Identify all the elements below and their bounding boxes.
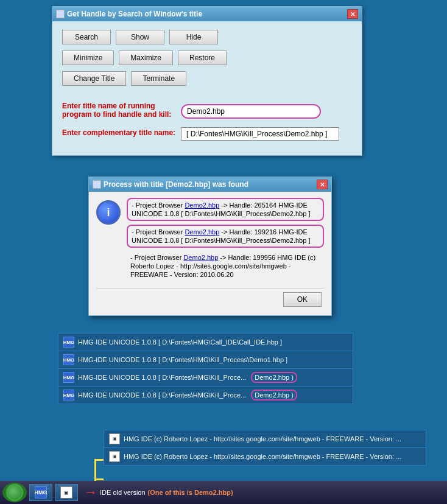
main-window-titlebar: Get Handle by Search of Window's title ✕ [52,7,362,21]
title-input-group: Enter title name of running program to f… [62,102,352,121]
subtaskbar-popup: ▣ HMG IDE (c) Roberto Lopez - http://sit… [104,430,426,466]
dialog-window: Process with title [Demo2.hbp] was found… [88,177,332,316]
demo2-sublabel: (One of this is Demo2.hbp) [148,489,233,496]
btn-row-1: Search Show Hide [62,30,352,44]
comp-title-input[interactable] [181,127,339,141]
process-list: - Project Browser Demo2.hbp -> Handle: 2… [127,198,324,283]
dialog-close-button[interactable]: ✕ [317,180,328,189]
ok-btn-row: OK [96,288,324,309]
dialog-titlebar: Process with title [Demo2.hbp] was found… [89,177,331,192]
title-input-label: Enter title name of running program to f… [62,102,181,121]
taskbar-btn-win[interactable]: ▣ [55,484,78,501]
main-window-title: Get Handle by Search of Window's title [67,10,202,18]
taskbar-item-3-label: HMG-IDE UNICODE 1.0.8 [ D:\Fontes\HMG\Ki… [78,374,246,381]
taskbar-popup: HMG HMG-IDE UNICODE 1.0.8 [ D:\Fontes\HM… [58,333,353,404]
comp-input-group: Enter complementary title name: [62,127,352,141]
process-entry-1: - Project Browser Demo2.hbp -> Handle: 2… [127,198,324,221]
start-button-inner [6,484,23,501]
connector-line-v [94,459,96,481]
taskbar-item-4-highlight: Demo2.hbp ) [251,390,297,401]
taskbar-item-1[interactable]: HMG HMG-IDE UNICODE 1.0.8 [ D:\Fontes\HM… [58,334,353,351]
connector-line-h2 [94,478,104,480]
hmg-icon-4: HMG [63,390,74,401]
taskbar-hmg-icon: HMG [35,486,47,499]
title-search-input[interactable] [181,104,321,119]
taskbar-item-4[interactable]: HMG HMG-IDE UNICODE 1.0.8 [ D:\Fontes\HM… [58,387,353,404]
arrow-icon: → [84,485,97,500]
maximize-button[interactable]: Maximize [119,51,173,65]
btn-row-2: Minimize Maximize Restore [62,51,352,65]
titlebar-left: Get Handle by Search of Window's title [56,10,202,18]
process-entry-1-link: Demo2.hbp [185,201,219,209]
subtaskbar-item-1[interactable]: ▣ HMG IDE (c) Roberto Lopez - http://sit… [104,430,426,448]
label-complementary: Enter complementary title name: [62,128,181,137]
taskbar-btn-hmg[interactable]: HMG [29,484,52,501]
show-button[interactable]: Show [116,30,164,44]
taskbar-item-2-label: HMG-IDE UNICODE 1.0.8 [ D:\Fontes\HMG\Ki… [78,356,287,363]
subtaskbar-item-1-label: HMG IDE (c) Roberto Lopez - http://sites… [124,435,401,443]
window-icon [56,10,65,18]
start-button[interactable] [2,483,27,502]
subtaskbar-item-2[interactable]: ▣ HMG IDE (c) Roberto Lopez - http://sit… [104,448,426,465]
taskbar-item-3[interactable]: HMG HMG-IDE UNICODE 1.0.8 [ D:\Fontes\HM… [58,369,353,387]
dialog-body: i - Project Browser Demo2.hbp -> Handle:… [89,192,331,315]
process-entry-3-link: Demo2.hbp [183,254,218,261]
terminate-button[interactable]: Terminate [131,71,186,86]
close-button[interactable]: ✕ [347,9,358,19]
hide-button[interactable]: Hide [169,30,218,44]
dialog-titlebar-left: Process with title [Demo2.hbp] was found [93,180,248,189]
process-entry-3-text1: - Project Browser [130,254,183,261]
ide-old-version-label: IDE old version [100,489,146,496]
dialog-content: i - Project Browser Demo2.hbp -> Handle:… [96,198,324,283]
taskbar-item-2[interactable]: HMG HMG-IDE UNICODE 1.0.8 [ D:\Fontes\HM… [58,351,353,369]
taskbar-item-4-label: HMG-IDE UNICODE 1.0.8 [ D:\Fontes\HMG\Ki… [78,391,246,399]
taskbar-item-3-highlight: Demo2.hbp ) [251,372,297,383]
process-entry-2: - Project Browser Demo2.hbp -> Handle: 1… [127,225,324,248]
btn-row-3: Change Title Terminate [62,71,352,86]
taskbar-win-icon: ▣ [60,486,72,499]
hmg-icon-2: HMG [63,354,74,365]
ide-icon-2: ▣ [109,451,120,462]
minimize-button[interactable]: Minimize [62,51,114,65]
ide-icon-1: ▣ [109,433,120,444]
comp-input-label: Enter complementary title name: [62,128,181,139]
dialog-window-icon [93,180,101,189]
ok-button[interactable]: OK [283,292,322,307]
dialog-title: Process with title [Demo2.hbp] was found [104,180,248,189]
label-find-handle: Enter title name of running program to f… [62,102,181,119]
change-title-button[interactable]: Change Title [62,71,126,86]
bottom-taskbar: HMG ▣ → IDE old version (One of this is … [0,481,447,504]
subtaskbar-item-2-label: HMG IDE (c) Roberto Lopez - http://sites… [124,453,401,460]
restore-button[interactable]: Restore [178,51,227,65]
taskbar-item-1-label: HMG-IDE UNICODE 1.0.8 [ D:\Fontes\HMG\Ca… [78,338,282,346]
connector-line-h [94,459,104,461]
search-button[interactable]: Search [62,30,111,44]
hmg-icon-1: HMG [63,337,74,348]
hmg-icon-3: HMG [63,372,74,383]
process-entry-3: - Project Browser Demo2.hbp -> Handle: 1… [127,251,324,281]
main-window: Get Handle by Search of Window's title ✕… [52,6,362,156]
process-entry-1-text1: - Project Browser [132,201,185,209]
main-window-body: Search Show Hide Minimize Maximize Resto… [52,21,362,155]
process-entry-2-link: Demo2.hbp [185,228,219,236]
process-entry-2-text1: - Project Browser [132,228,185,236]
info-icon: i [96,200,121,225]
